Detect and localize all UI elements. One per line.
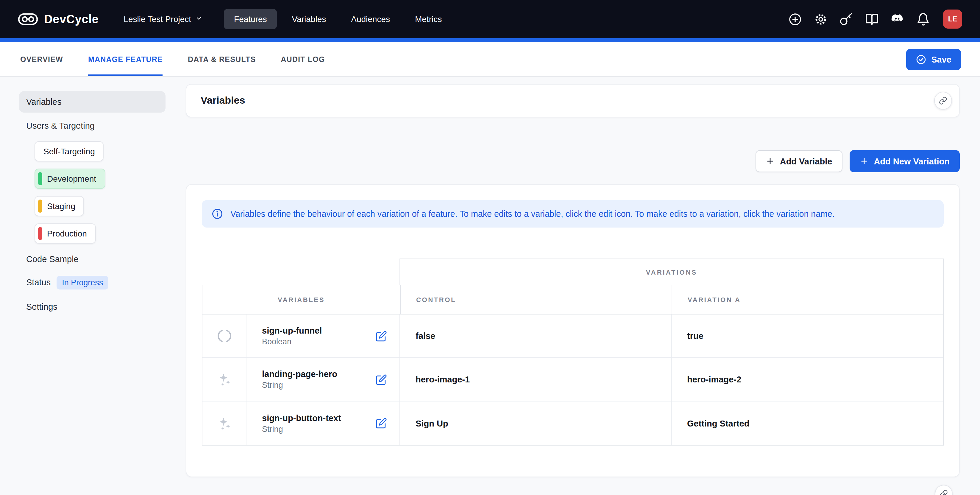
user-avatar[interactable]: LE <box>943 10 962 29</box>
plus-icon <box>766 157 775 166</box>
page-title: Variables <box>200 95 245 107</box>
brand[interactable]: DevCycle <box>18 11 99 27</box>
table-row: sign-up-button-text String Sign Up Getti… <box>202 401 943 445</box>
feature-sidebar: Variables Users & Targeting Self-Targeti… <box>0 77 186 495</box>
key-icon <box>839 12 853 26</box>
project-selector-label: Leslie Test Project <box>124 14 191 24</box>
nav-item-features[interactable]: Features <box>224 9 277 29</box>
nav-item-audiences[interactable]: Audiences <box>341 9 400 29</box>
copy-link-button[interactable] <box>934 92 952 110</box>
navbar-actions: LE <box>788 10 962 29</box>
notifications-button[interactable] <box>916 12 930 26</box>
add-new-variation-label: Add New Variation <box>874 156 950 166</box>
sidebar-item-variables[interactable]: Variables <box>19 91 165 113</box>
discord-button[interactable] <box>890 12 904 26</box>
top-navbar: DevCycle Leslie Test Project Features Va… <box>0 0 980 38</box>
add-circle-icon <box>788 12 802 26</box>
edit-variable-button[interactable] <box>374 417 388 430</box>
control-value[interactable]: hero-image-1 <box>400 358 671 401</box>
add-variable-button[interactable]: Add Variable <box>756 150 842 172</box>
table-row: landing-page-hero String hero-image-1 he… <box>202 358 943 401</box>
book-icon <box>865 12 878 26</box>
variation-a-value[interactable]: hero-image-2 <box>671 358 943 401</box>
feature-tabbar: OVERVIEW MANAGE FEATURE DATA & RESULTS A… <box>0 42 980 77</box>
main-nav: Features Variables Audiences Metrics <box>224 9 452 29</box>
variable-type-cell <box>202 358 247 401</box>
boolean-type-icon <box>216 328 232 344</box>
quick-create-button[interactable] <box>788 12 802 26</box>
table-body: sign-up-funnel Boolean false true <box>202 315 944 446</box>
api-keys-button[interactable] <box>839 12 853 26</box>
info-alert-text: Variables define the behaviour of each v… <box>231 209 835 219</box>
edit-icon <box>375 330 387 342</box>
nav-item-metrics[interactable]: Metrics <box>405 9 452 29</box>
edit-variable-button[interactable] <box>374 329 388 342</box>
sidebar-item-status[interactable]: Status In Progress <box>19 275 186 290</box>
tab-overview[interactable]: OVERVIEW <box>20 42 63 76</box>
nav-item-variables[interactable]: Variables <box>282 9 336 29</box>
project-selector[interactable]: Leslie Test Project <box>124 14 202 24</box>
sidebar-item-staging[interactable]: Staging <box>35 196 84 216</box>
sparkles-type-icon <box>216 372 232 387</box>
table-header-row: VARIABLES CONTROL VARIATION A <box>202 285 944 315</box>
variable-type-cell <box>202 401 247 445</box>
variable-name-cell: landing-page-hero String <box>247 358 400 401</box>
plus-icon <box>859 157 869 166</box>
edit-variable-button[interactable] <box>374 373 388 386</box>
col-header-variation-a[interactable]: VARIATION A <box>671 285 943 314</box>
variation-a-value[interactable]: Getting Started <box>671 401 943 445</box>
control-value[interactable]: Sign Up <box>400 401 671 445</box>
settings-button[interactable] <box>813 12 827 26</box>
col-header-control[interactable]: CONTROL <box>400 285 671 314</box>
info-icon <box>212 208 223 220</box>
sidebar-item-development[interactable]: Development <box>35 169 105 189</box>
variables-card: Variables define the behaviour of each v… <box>186 184 960 477</box>
info-alert: Variables define the behaviour of each v… <box>202 200 944 228</box>
sidebar-item-users-targeting[interactable]: Users & Targeting <box>19 120 186 132</box>
status-badge: In Progress <box>57 275 108 289</box>
variables-table: VARIATIONS VARIABLES CONTROL VARIATION A <box>202 258 944 446</box>
link-icon <box>940 490 948 495</box>
variations-group-header-row: VARIATIONS <box>202 258 944 285</box>
sidebar-item-self-targeting[interactable]: Self-Targeting <box>35 141 104 161</box>
sidebar-item-code-sample[interactable]: Code Sample <box>19 253 186 265</box>
edit-icon <box>375 374 387 385</box>
group-header-spacer <box>202 258 399 285</box>
variable-type-cell <box>202 315 247 357</box>
brand-name: DevCycle <box>44 12 99 26</box>
save-button[interactable]: Save <box>906 49 961 70</box>
variable-name-cell: sign-up-button-text String <box>247 401 400 445</box>
variation-a-value[interactable]: true <box>671 315 943 357</box>
col-header-variables: VARIABLES <box>202 285 400 314</box>
control-value[interactable]: false <box>400 315 671 357</box>
content-area: Variables Users & Targeting Self-Targeti… <box>0 77 980 495</box>
discord-icon <box>890 12 904 26</box>
app-root: DevCycle Leslie Test Project Features Va… <box>0 0 980 495</box>
env-color-bar-development <box>38 172 42 185</box>
save-button-label: Save <box>931 54 951 64</box>
tab-manage-feature[interactable]: MANAGE FEATURE <box>88 42 163 76</box>
check-circle-icon <box>916 54 926 65</box>
tab-data-results[interactable]: DATA & RESULTS <box>188 42 256 76</box>
env-color-bar-production <box>38 227 42 240</box>
docs-button[interactable] <box>864 12 879 26</box>
bell-icon <box>916 12 930 26</box>
tab-audit-log[interactable]: AUDIT LOG <box>281 42 325 76</box>
production-label: Production <box>47 229 87 238</box>
variable-name-cell: sign-up-funnel Boolean <box>247 315 400 357</box>
edit-icon <box>375 417 387 429</box>
development-label: Development <box>47 174 96 183</box>
sidebar-item-settings[interactable]: Settings <box>19 301 186 313</box>
sparkles-type-icon <box>216 415 232 431</box>
accent-progress-strip <box>0 38 980 42</box>
chevron-down-icon <box>195 14 202 24</box>
self-targeting-label: Self-Targeting <box>43 146 95 156</box>
sidebar-item-production[interactable]: Production <box>35 223 96 244</box>
variables-actions: Add Variable Add New Variation <box>186 150 960 172</box>
link-icon <box>939 97 947 105</box>
variables-panel-header: Variables <box>186 84 960 117</box>
add-new-variation-button[interactable]: Add New Variation <box>849 150 960 172</box>
gear-icon <box>814 12 827 26</box>
table-row: sign-up-funnel Boolean false true <box>202 315 943 358</box>
status-label: Status <box>26 278 51 287</box>
